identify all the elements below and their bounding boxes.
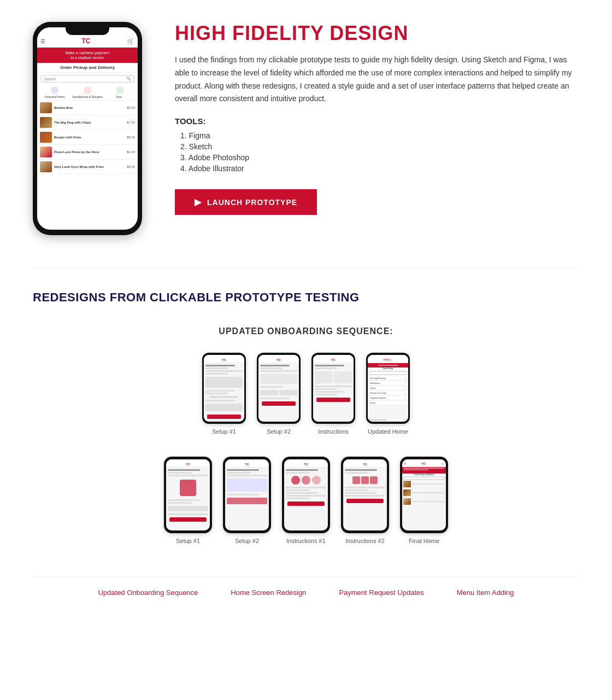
sp-line-inst-5: [315, 391, 344, 393]
category-snacks[interactable]: Sna...: [104, 86, 136, 98]
sp-block-s2-2: [260, 390, 278, 395]
sp-title-r2-5: Order Pickup and Delivery: [402, 474, 446, 476]
sp-hamburger-r2-5: ☰: [404, 462, 406, 465]
sp-block-s2-3: [279, 390, 297, 395]
menu-item-4[interactable]: Pizza Lucé Pizza by the Slice $4.00: [37, 145, 138, 160]
footer-nav-onboarding[interactable]: Updated Onboarding Sequence: [98, 588, 198, 597]
sp-r2-line-5: [168, 502, 192, 504]
medium-phone-r2-5: ☰ TC 🛒 Order Pickup and Delivery: [400, 457, 448, 533]
sp-header-inst: TC: [313, 355, 354, 363]
sp-r2-4-line-5: [345, 492, 377, 494]
sp-menu-text-3: Dryses: [370, 387, 376, 389]
sp-line-inst-4: [315, 388, 337, 390]
sp-divider-1: [210, 396, 238, 398]
sp-header-r2-3: TC: [284, 459, 328, 468]
footer-nav: Updated Onboarding Sequence Home Screen …: [33, 577, 579, 597]
hamburger-icon: ☰: [40, 38, 45, 44]
launch-label: LAUNCH PROTOTYPE: [207, 198, 297, 207]
sp-line-inst-2: [315, 368, 337, 369]
sp-content-inst: [313, 363, 354, 422]
launch-prototype-button[interactable]: ▶ LAUNCH PROTOTYPE: [175, 189, 317, 215]
sp-header-r2-5: ☰ TC 🛒: [402, 459, 446, 467]
sp-r2-4-line-1: [345, 469, 377, 471]
small-phone-screen-instructions: TC: [313, 355, 354, 422]
sp-logo-inst: TC: [331, 358, 336, 361]
sp-r2-4-line-4: [345, 489, 369, 491]
sp-img-r2-5-3: [403, 498, 411, 505]
medium-phone-screen-r2-1: TC: [166, 459, 210, 530]
menu-item-3[interactable]: Burger with Fries $8.00: [37, 130, 138, 145]
sp-ticket-icon: [180, 480, 196, 496]
sp-block-inst-2: [334, 371, 352, 383]
sp-r2-2-block: [227, 479, 267, 492]
mockup-updated-home: ☰ TC 🛒 Order Pickup Hot Dogs/Sausage: [366, 353, 410, 435]
sp-line-s2-2: [260, 368, 283, 369]
second-mockup-row: TC: [33, 457, 579, 544]
sp-menu-arrow-4: ›: [405, 392, 406, 394]
sp-icon-3: [312, 476, 321, 485]
search-label: Search: [44, 77, 56, 81]
sp-menu-arrow-3: ›: [405, 387, 406, 389]
medium-phone-screen-r2-3: TC: [284, 459, 328, 530]
menu-item-5[interactable]: Holy Land Gyro Wrap with Fries $9.50: [37, 160, 138, 174]
menu-item-1[interactable]: Bomba Brat $5.50: [37, 101, 138, 115]
food-image-3: [40, 132, 52, 143]
sp-menu-text-2: Sandwiches: [370, 382, 380, 384]
sp-menu-text-5: Vegetarian Options: [370, 397, 386, 399]
sp-menu-row-5: Vegetarian Options ›: [369, 396, 407, 400]
sp-btn-s2: [262, 401, 296, 406]
medium-phone-r2-4: TC: [341, 457, 389, 533]
top-section: ☰ TC 🛒 Make a cashless payment to a stad…: [33, 22, 579, 235]
screen-order-title: Order Pickup and Delivery: [37, 63, 138, 73]
item-info-5: Holy Land Gyro Wrap with Fries: [54, 165, 125, 169]
sp-name-r2-5-1: [412, 483, 445, 485]
item-info-1: Bomba Brat: [54, 106, 125, 110]
phone-notch: [66, 27, 109, 35]
small-phone-screen-setup1: TC: [204, 355, 244, 422]
sp-header-r2-2: TC: [225, 459, 269, 468]
first-mockup-row: TC: [33, 353, 579, 435]
sp-line-7: [205, 400, 235, 401]
sp-r2-btn-1: [169, 517, 207, 522]
menu-item-2[interactable]: The Big Dog with Chips $7.50: [37, 115, 138, 130]
page-wrapper: ☰ TC 🛒 Make a cashless payment to a stad…: [0, 0, 612, 619]
sp-header-r2-1: TC: [166, 459, 210, 468]
sp-block-s2-1: [260, 374, 297, 384]
sp-line-inst-3: [315, 386, 352, 387]
sp-btn-1: [207, 415, 241, 419]
sp-r2-4-line-2: [345, 472, 369, 474]
sp-header-r2-4: TC: [343, 459, 387, 468]
onboarding-subtitle: UPDATED ONBOARDING SEQUENCE:: [33, 326, 579, 336]
sandwiches-icon: [84, 86, 91, 94]
sp-content-r2-4: [343, 468, 387, 530]
item-info-4: Pizza Lucé Pizza by the Slice: [54, 150, 125, 154]
sp-line-inst-1: [315, 365, 344, 366]
sp-r2-3-btn: [287, 501, 325, 506]
sp-r2-2-line-4: [227, 494, 259, 495]
medium-phone-screen-r2-4: TC: [343, 459, 387, 530]
sp-name-r2-5-3: [412, 501, 445, 502]
tools-label: TOOLS:: [175, 116, 579, 126]
mockup-label-r2-3: Instructions #1: [286, 538, 326, 544]
footer-nav-menu-adding[interactable]: Menu Item Adding: [457, 588, 514, 597]
footer-nav-home-redesign[interactable]: Home Screen Redesign: [231, 588, 306, 597]
sp-icon-2: [302, 476, 310, 485]
category-sandwiches[interactable]: Sandwiches & Burgers: [72, 86, 103, 98]
sp-line-s2-4: [260, 386, 283, 388]
sp-r2-line-6: [168, 514, 208, 515]
mockup-r2-inst1: TC: [282, 457, 330, 544]
sp-line-6: [205, 393, 228, 394]
sp-content-r2-2: [225, 468, 269, 530]
tools-list: 1. Figma 2. Sketch 3. Adobe Photoshop 4.…: [175, 131, 579, 173]
right-content: HIGH FIDELITY DESIGN I used the findings…: [175, 22, 579, 215]
sp-logo-2: TC: [276, 358, 281, 361]
screen-search-bar[interactable]: Search 🔍: [40, 75, 134, 83]
sp-title-uh: Order Pickup: [368, 368, 408, 370]
small-phone-instructions: TC: [311, 353, 355, 424]
category-featured[interactable]: Featured Items: [39, 86, 70, 98]
sp-r2-line-2: [168, 472, 192, 474]
footer-nav-payment[interactable]: Payment Request Updates: [339, 588, 423, 597]
food-image-2: [40, 117, 52, 128]
sp-logo-r2-1: TC: [186, 463, 190, 466]
sp-logo-uh: TC: [385, 358, 390, 361]
